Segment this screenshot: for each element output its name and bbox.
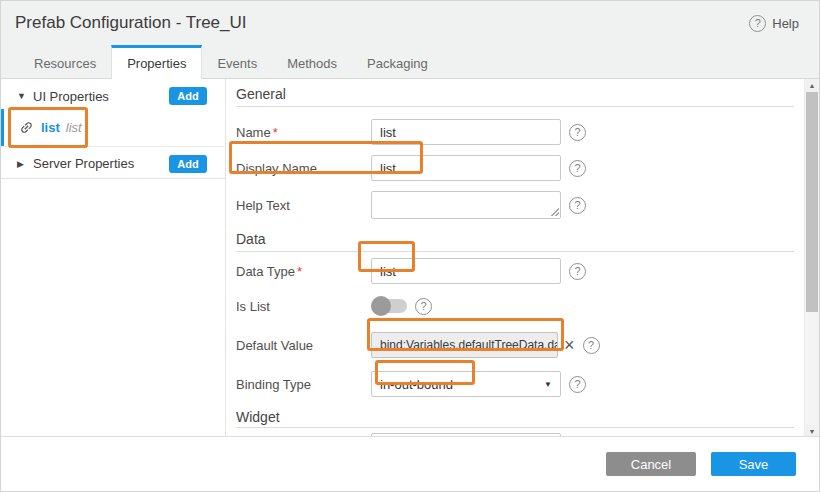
help-text-label: Help Text	[236, 198, 371, 213]
display-name-input[interactable]	[371, 155, 561, 181]
help-text-row: Help Text ?	[236, 191, 807, 219]
collapse-closed-icon: ▶	[17, 159, 29, 169]
ui-properties-label: UI Properties	[33, 89, 109, 104]
tab-methods[interactable]: Methods	[272, 45, 352, 78]
required-asterisk: *	[273, 125, 278, 140]
default-value-help-icon[interactable]: ?	[583, 337, 600, 354]
help-link[interactable]: ? Help	[749, 15, 799, 32]
name-row: Name* ?	[236, 119, 807, 145]
name-help-icon[interactable]: ?	[569, 124, 586, 141]
help-text-input[interactable]	[371, 191, 561, 219]
selected-indicator	[1, 109, 4, 146]
binding-type-label: Binding Type	[236, 377, 371, 392]
add-ui-property-button[interactable]: Add	[169, 87, 207, 105]
property-item-list[interactable]: list list	[1, 109, 225, 147]
dialog-body: ▼ UI Properties Add list list ▶ Server P…	[1, 79, 819, 438]
default-value-label: Default Value	[236, 338, 371, 353]
scroll-up-icon[interactable]: ▲	[805, 79, 819, 92]
data-type-label: Data Type*	[236, 264, 371, 279]
scrollbar-thumb[interactable]	[806, 92, 818, 312]
server-properties-label: Server Properties	[33, 156, 134, 171]
tab-events[interactable]: Events	[202, 45, 272, 78]
section-data: Data	[236, 231, 794, 252]
help-text-help-icon[interactable]: ?	[569, 197, 586, 214]
property-form: General Name* ? Display Name ? Help Text…	[226, 79, 819, 438]
binding-type-select[interactable]: in-out-bound ▼	[371, 371, 561, 397]
collapse-open-icon: ▼	[17, 91, 29, 101]
dialog-title: Prefab Configuration - Tree_UI	[15, 13, 247, 33]
scrollbar[interactable]: ▲ ▼	[804, 79, 819, 438]
cancel-button[interactable]: Cancel	[606, 452, 696, 476]
tab-properties[interactable]: Properties	[111, 45, 202, 79]
dropdown-arrow-icon: ▼	[544, 380, 552, 389]
help-text-wrap	[371, 191, 561, 219]
display-name-label: Display Name	[236, 161, 371, 176]
ui-properties-header[interactable]: ▼ UI Properties Add	[1, 83, 225, 109]
section-general: General	[236, 86, 794, 107]
server-properties-header[interactable]: ▶ Server Properties Add	[1, 149, 225, 179]
name-input[interactable]	[371, 119, 561, 145]
data-type-row: Data Type* ?	[236, 258, 807, 284]
help-icon: ?	[749, 15, 766, 32]
name-label: Name*	[236, 125, 371, 140]
properties-sidebar: ▼ UI Properties Add list list ▶ Server P…	[1, 79, 226, 438]
section-widget: Widget	[236, 409, 794, 428]
tab-packaging[interactable]: Packaging	[352, 45, 443, 78]
dialog-header: Prefab Configuration - Tree_UI ? Help	[1, 1, 819, 45]
binding-type-row: Binding Type in-out-bound ▼ ?	[236, 371, 807, 397]
default-value-row: Default Value bind:Variables.defaultTree…	[236, 332, 807, 358]
display-name-help-icon[interactable]: ?	[569, 160, 586, 177]
binding-type-value: in-out-bound	[380, 377, 453, 392]
prefab-configuration-dialog: Prefab Configuration - Tree_UI ? Help Re…	[0, 0, 820, 492]
data-type-input[interactable]	[371, 258, 561, 284]
add-server-property-button[interactable]: Add	[169, 155, 207, 173]
link-icon	[16, 117, 37, 138]
dialog-footer: Cancel Save	[1, 436, 819, 491]
binding-type-help-icon[interactable]: ?	[569, 376, 586, 393]
toggle-knob	[371, 296, 391, 316]
property-name: list	[41, 120, 60, 135]
help-label: Help	[772, 16, 799, 31]
tab-resources[interactable]: Resources	[19, 45, 111, 78]
default-value-input[interactable]: bind:Variables.defaultTreeData.dataSet	[371, 332, 558, 358]
data-type-help-icon[interactable]: ?	[569, 263, 586, 280]
required-asterisk: *	[297, 264, 302, 279]
is-list-help-icon[interactable]: ?	[415, 298, 432, 315]
is-list-label: Is List	[236, 299, 371, 314]
clear-binding-icon[interactable]: ×	[564, 336, 575, 354]
property-type: list	[66, 120, 82, 135]
is-list-toggle[interactable]	[371, 299, 407, 313]
is-list-row: Is List ?	[236, 296, 807, 316]
display-name-row: Display Name ?	[236, 155, 807, 181]
save-button[interactable]: Save	[711, 452, 796, 476]
tab-bar: Resources Properties Events Methods Pack…	[1, 45, 819, 79]
